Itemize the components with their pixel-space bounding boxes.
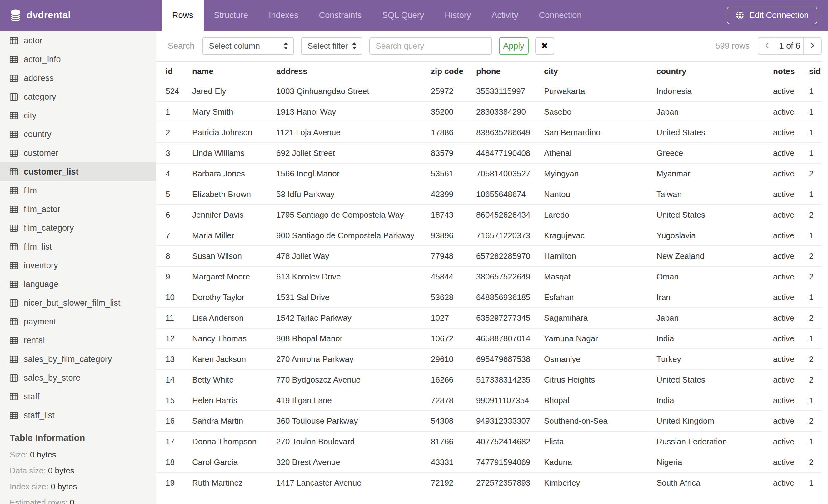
table-cell: 524 [156, 81, 183, 101]
filter-select[interactable]: Select filter [301, 37, 363, 55]
table-row[interactable]: 19Ruth Martinez1417 Lancaster Avenue7219… [156, 472, 822, 493]
sidebar-table-item[interactable]: actor_info [0, 50, 156, 69]
sidebar-table-item[interactable]: actor [0, 31, 156, 50]
apply-button[interactable]: Apply [499, 37, 529, 55]
sidebar-table-item[interactable]: staff_list [0, 406, 156, 425]
results-area: idnameaddresszip codephonecitycountrynot… [156, 61, 828, 504]
table-cell: Elista [535, 431, 647, 452]
table-cell: 808 Bhopal Manor [267, 328, 421, 349]
table-cell: active [763, 472, 799, 493]
clear-search-button[interactable]: ✖ [535, 37, 554, 55]
brand: dvdrental [0, 0, 156, 31]
table-row[interactable]: 524Jared Ely1003 Qinhuangdao Street25972… [156, 81, 822, 101]
table-cell: 14 [156, 369, 183, 390]
table-row[interactable]: 3Linda Williams692 Joliet Street83579448… [156, 143, 822, 163]
table-cell: Nancy Thomas [183, 328, 267, 349]
search-query-input[interactable] [369, 37, 492, 55]
edit-connection-button[interactable]: Edit Connection [727, 7, 817, 25]
table-row[interactable]: 11Lisa Anderson1542 Tarlac Parkway102763… [156, 308, 822, 328]
sidebar-table-name: payment [24, 317, 56, 327]
sidebar-table-item[interactable]: film_list [0, 237, 156, 256]
tab[interactable]: Structure [204, 0, 259, 31]
table-cell: 478 Joliet Way [267, 246, 421, 266]
sidebar-table-item[interactable]: category [0, 87, 156, 106]
database-icon [10, 9, 21, 21]
table-row[interactable]: 4Barbara Jones1566 Inegl Manor5356170581… [156, 163, 822, 184]
table-row[interactable]: 6Jennifer Davis1795 Santiago de Composte… [156, 204, 822, 225]
sidebar-table-item[interactable]: nicer_but_slower_film_list [0, 293, 156, 312]
table-row[interactable]: 10Dorothy Taylor1531 Sal Drive5362864885… [156, 287, 822, 308]
sidebar-table-item[interactable]: staff [0, 387, 156, 406]
tab[interactable]: Connection [529, 0, 592, 31]
column-header[interactable]: notes [763, 61, 799, 81]
header-row: idnameaddresszip codephonecitycountrynot… [156, 61, 822, 81]
column-header[interactable]: phone [467, 61, 535, 81]
table-cell: 72192 [421, 472, 467, 493]
sidebar-table-name: city [24, 111, 37, 121]
tab[interactable]: Rows [162, 0, 204, 31]
sidebar-table-item[interactable]: sales_by_film_category [0, 350, 156, 368]
column-header[interactable]: name [183, 61, 267, 81]
table-cell: Linda Williams [183, 143, 267, 163]
table-icon [10, 37, 18, 44]
tab[interactable]: Activity [481, 0, 529, 31]
sidebar-table-item[interactable]: customer [0, 144, 156, 163]
table-icon [10, 93, 18, 100]
table-row[interactable]: 18Carol Garcia320 Brest Avenue4333174779… [156, 452, 822, 472]
column-header[interactable]: sid [799, 61, 822, 81]
next-page-button[interactable]: › [803, 38, 821, 54]
table-cell: 2 [799, 411, 822, 431]
column-select-value: Select column [209, 41, 260, 51]
table-cell: 2 [799, 452, 822, 472]
sidebar-table-item[interactable]: customer_list [0, 163, 156, 181]
table-icon [10, 206, 18, 213]
prev-page-button[interactable]: ‹ [758, 38, 776, 54]
table-row[interactable]: 8Susan Wilson478 Joliet Way7794865728228… [156, 246, 822, 266]
table-row[interactable]: 16Sandra Martin360 Toulouse Parkway54308… [156, 411, 822, 431]
table-info-label: Index size: [10, 482, 48, 491]
sidebar-table-item[interactable]: country [0, 125, 156, 144]
sidebar-table-item[interactable]: sales_by_store [0, 368, 156, 387]
table-row[interactable]: 5Elizabeth Brown53 Idfu Parkway423991065… [156, 184, 822, 204]
sidebar-table-item[interactable]: film_actor [0, 200, 156, 219]
column-header[interactable]: address [267, 61, 421, 81]
tab[interactable]: Constraints [309, 0, 372, 31]
table-row[interactable]: 9Margaret Moore613 Korolev Drive45844380… [156, 266, 822, 287]
column-header[interactable]: zip code [421, 61, 467, 81]
column-header[interactable]: city [535, 61, 647, 81]
table-cell: 380657522649 [467, 266, 535, 287]
column-header[interactable]: id [156, 61, 183, 81]
table-cell: 1 [799, 122, 822, 143]
table-row[interactable]: 7Maria Miller900 Santiago de Compostela … [156, 225, 822, 246]
sidebar-table-item[interactable]: payment [0, 312, 156, 331]
table-row[interactable]: 17Donna Thompson270 Toulon Boulevard8176… [156, 431, 822, 452]
table-info-value: 0 [70, 498, 74, 504]
column-header[interactable]: country [647, 61, 763, 81]
sidebar-table-item[interactable]: city [0, 106, 156, 125]
sidebar-table-item[interactable]: address [0, 69, 156, 87]
table-row[interactable]: 12Nancy Thomas808 Bhopal Manor1067246588… [156, 328, 822, 349]
sidebar-table-item[interactable]: language [0, 275, 156, 293]
table-row[interactable]: 14Betty White770 Bydgoszcz Avenue1626651… [156, 369, 822, 390]
column-select[interactable]: Select column [202, 37, 294, 55]
table-row[interactable]: 2Patricia Johnson1121 Loja Avenue1788683… [156, 122, 822, 143]
table-cell: 657282285970 [467, 246, 535, 266]
table-icon [10, 412, 18, 419]
sidebar-table-item[interactable]: rental [0, 331, 156, 350]
table-cell: Donna Thompson [183, 431, 267, 452]
table-cell: active [763, 308, 799, 328]
table-cell: 716571220373 [467, 225, 535, 246]
table-cell: 1 [799, 328, 822, 349]
tab[interactable]: SQL Query [372, 0, 434, 31]
table-cell: active [763, 452, 799, 472]
sidebar-table-item[interactable]: inventory [0, 256, 156, 275]
table-row[interactable]: 15Helen Harris419 Iligan Lane72878990911… [156, 390, 822, 411]
table-cell: 5 [156, 184, 183, 204]
table-row[interactable]: 13Karen Jackson270 Amroha Parkway2961069… [156, 349, 822, 369]
tab[interactable]: History [434, 0, 481, 31]
table-cell: active [763, 101, 799, 122]
tab[interactable]: Indexes [258, 0, 309, 31]
table-row[interactable]: 1Mary Smith1913 Hanoi Way352002830338429… [156, 101, 822, 122]
sidebar-table-item[interactable]: film_category [0, 219, 156, 237]
sidebar-table-item[interactable]: film [0, 181, 156, 200]
